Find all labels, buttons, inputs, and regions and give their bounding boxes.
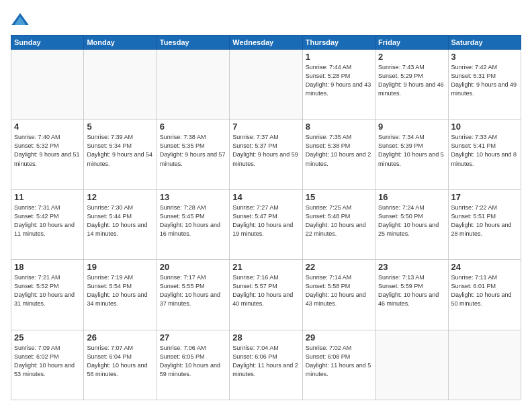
day-number: 7 [232,122,299,132]
calendar-cell: 1Sunrise: 7:44 AM Sunset: 5:28 PM Daylig… [302,50,375,120]
calendar-cell: 11Sunrise: 7:31 AM Sunset: 5:42 PM Dayli… [11,189,84,259]
calendar-cell: 12Sunrise: 7:30 AM Sunset: 5:44 PM Dayli… [84,189,157,259]
calendar-cell: 20Sunrise: 7:17 AM Sunset: 5:55 PM Dayli… [157,260,229,330]
day-info: Sunrise: 7:25 AM Sunset: 5:48 PM Dayligh… [306,203,372,238]
calendar-cell: 14Sunrise: 7:27 AM Sunset: 5:47 PM Dayli… [230,189,302,259]
calendar-cell: 13Sunrise: 7:28 AM Sunset: 5:45 PM Dayli… [157,189,229,259]
day-number: 8 [306,122,372,132]
calendar-cell: 6Sunrise: 7:38 AM Sunset: 5:35 PM Daylig… [157,120,229,189]
calendar-cell: 16Sunrise: 7:24 AM Sunset: 5:50 PM Dayli… [375,189,448,259]
day-info: Sunrise: 7:40 AM Sunset: 5:32 PM Dayligh… [14,133,81,168]
day-info: Sunrise: 7:37 AM Sunset: 5:37 PM Dayligh… [232,133,299,168]
header [11,11,521,30]
calendar-week-2: 11Sunrise: 7:31 AM Sunset: 5:42 PM Dayli… [11,189,521,259]
day-number: 5 [87,122,153,132]
calendar-cell: 10Sunrise: 7:33 AM Sunset: 5:41 PM Dayli… [448,120,521,189]
day-number: 28 [232,332,299,342]
calendar-week-0: 1Sunrise: 7:44 AM Sunset: 5:28 PM Daylig… [11,50,521,120]
page: SundayMondayTuesdayWednesdayThursdayFrid… [0,0,532,411]
day-info: Sunrise: 7:22 AM Sunset: 5:51 PM Dayligh… [451,203,518,238]
day-number: 6 [160,122,226,132]
day-info: Sunrise: 7:38 AM Sunset: 5:35 PM Dayligh… [160,133,226,168]
calendar-cell: 2Sunrise: 7:43 AM Sunset: 5:29 PM Daylig… [375,50,448,120]
calendar-header-row: SundayMondayTuesdayWednesdayThursdayFrid… [11,36,521,50]
calendar-cell: 7Sunrise: 7:37 AM Sunset: 5:37 PM Daylig… [230,120,302,189]
calendar-cell: 19Sunrise: 7:19 AM Sunset: 5:54 PM Dayli… [84,260,157,330]
day-info: Sunrise: 7:16 AM Sunset: 5:57 PM Dayligh… [232,273,299,308]
day-info: Sunrise: 7:44 AM Sunset: 5:28 PM Dayligh… [306,63,372,98]
day-number: 16 [378,192,445,202]
calendar-cell [448,330,521,400]
calendar-cell: 25Sunrise: 7:09 AM Sunset: 6:02 PM Dayli… [11,330,84,400]
calendar-week-4: 25Sunrise: 7:09 AM Sunset: 6:02 PM Dayli… [11,330,521,400]
day-info: Sunrise: 7:19 AM Sunset: 5:54 PM Dayligh… [87,273,153,308]
calendar-cell: 28Sunrise: 7:04 AM Sunset: 6:06 PM Dayli… [230,330,302,400]
day-number: 20 [160,262,226,272]
day-number: 12 [87,192,153,202]
day-number: 24 [451,262,518,272]
calendar-week-3: 18Sunrise: 7:21 AM Sunset: 5:52 PM Dayli… [11,260,521,330]
calendar-cell [11,50,84,120]
day-info: Sunrise: 7:43 AM Sunset: 5:29 PM Dayligh… [378,63,445,98]
day-info: Sunrise: 7:33 AM Sunset: 5:41 PM Dayligh… [451,133,518,168]
day-number: 17 [451,192,518,202]
calendar-table: SundayMondayTuesdayWednesdayThursdayFrid… [11,35,521,400]
day-info: Sunrise: 7:17 AM Sunset: 5:55 PM Dayligh… [160,273,226,308]
day-info: Sunrise: 7:27 AM Sunset: 5:47 PM Dayligh… [232,203,299,238]
day-info: Sunrise: 7:28 AM Sunset: 5:45 PM Dayligh… [160,203,226,238]
calendar-cell [84,50,157,120]
day-number: 4 [14,122,81,132]
day-number: 11 [14,192,81,202]
calendar-cell: 22Sunrise: 7:14 AM Sunset: 5:58 PM Dayli… [302,260,375,330]
calendar-cell: 21Sunrise: 7:16 AM Sunset: 5:57 PM Dayli… [230,260,302,330]
day-number: 22 [306,262,372,272]
calendar-cell: 9Sunrise: 7:34 AM Sunset: 5:39 PM Daylig… [375,120,448,189]
calendar-cell: 15Sunrise: 7:25 AM Sunset: 5:48 PM Dayli… [302,189,375,259]
day-header-thursday: Thursday [302,36,375,50]
day-number: 2 [378,52,445,62]
calendar-cell: 24Sunrise: 7:11 AM Sunset: 6:01 PM Dayli… [448,260,521,330]
calendar-cell: 3Sunrise: 7:42 AM Sunset: 5:31 PM Daylig… [448,50,521,120]
day-number: 15 [306,192,372,202]
day-number: 29 [306,332,372,342]
calendar-cell: 5Sunrise: 7:39 AM Sunset: 5:34 PM Daylig… [84,120,157,189]
day-info: Sunrise: 7:14 AM Sunset: 5:58 PM Dayligh… [306,273,372,308]
day-info: Sunrise: 7:34 AM Sunset: 5:39 PM Dayligh… [378,133,445,168]
day-info: Sunrise: 7:35 AM Sunset: 5:38 PM Dayligh… [306,133,372,168]
day-info: Sunrise: 7:13 AM Sunset: 5:59 PM Dayligh… [378,273,445,308]
day-header-sunday: Sunday [11,36,84,50]
day-number: 21 [232,262,299,272]
calendar-cell: 17Sunrise: 7:22 AM Sunset: 5:51 PM Dayli… [448,189,521,259]
day-info: Sunrise: 7:11 AM Sunset: 6:01 PM Dayligh… [451,273,518,308]
day-number: 1 [306,52,372,62]
calendar-cell: 8Sunrise: 7:35 AM Sunset: 5:38 PM Daylig… [302,120,375,189]
day-number: 25 [14,332,81,342]
day-number: 13 [160,192,226,202]
day-number: 27 [160,332,226,342]
day-header-saturday: Saturday [448,36,521,50]
day-info: Sunrise: 7:30 AM Sunset: 5:44 PM Dayligh… [87,203,153,238]
calendar-cell: 4Sunrise: 7:40 AM Sunset: 5:32 PM Daylig… [11,120,84,189]
day-header-monday: Monday [84,36,157,50]
calendar-cell [375,330,448,400]
day-info: Sunrise: 7:21 AM Sunset: 5:52 PM Dayligh… [14,273,81,308]
day-info: Sunrise: 7:42 AM Sunset: 5:31 PM Dayligh… [451,63,518,98]
calendar-cell: 18Sunrise: 7:21 AM Sunset: 5:52 PM Dayli… [11,260,84,330]
day-number: 26 [87,332,153,342]
day-info: Sunrise: 7:02 AM Sunset: 6:08 PM Dayligh… [306,344,372,379]
calendar-week-1: 4Sunrise: 7:40 AM Sunset: 5:32 PM Daylig… [11,120,521,189]
day-number: 14 [232,192,299,202]
calendar-cell: 29Sunrise: 7:02 AM Sunset: 6:08 PM Dayli… [302,330,375,400]
day-number: 9 [378,122,445,132]
day-number: 18 [14,262,81,272]
day-info: Sunrise: 7:09 AM Sunset: 6:02 PM Dayligh… [14,344,81,379]
day-number: 19 [87,262,153,272]
calendar-cell [230,50,302,120]
day-number: 10 [451,122,518,132]
day-info: Sunrise: 7:07 AM Sunset: 6:04 PM Dayligh… [87,344,153,379]
logo [11,11,32,30]
day-number: 3 [451,52,518,62]
day-header-wednesday: Wednesday [230,36,302,50]
day-number: 23 [378,262,445,272]
calendar-cell: 26Sunrise: 7:07 AM Sunset: 6:04 PM Dayli… [84,330,157,400]
